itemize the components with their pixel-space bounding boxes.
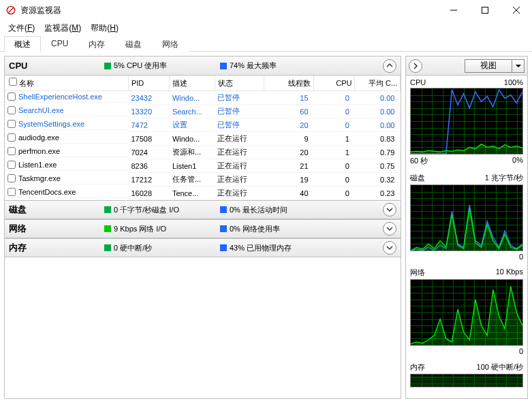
table-header-row: 名称 PID 描述 状态 线程数 CPU 平均 C... [5,76,401,91]
minimize-button[interactable] [438,0,469,20]
window-title: 资源监视器 [20,5,438,16]
network-stat-usage: 0% 网络使用率 [220,224,280,234]
network-stat-io: 9 Kbps 网络 I/O [104,224,220,234]
swatch-icon [220,225,227,232]
proc-cpu: 0 [314,118,355,132]
network-section-header[interactable]: 网络 9 Kbps 网络 I/O 0% 网络使用率 [5,219,401,238]
menu-monitor[interactable]: 监视器(M) [40,21,85,35]
cpu-graph-block: CPU100% 60 秒0% [406,76,527,170]
row-checkbox[interactable] [7,133,16,142]
menu-file[interactable]: 文件(F) [4,21,39,35]
close-button[interactable] [501,0,532,20]
tab-memory[interactable]: 内存 [78,36,115,52]
network-graph [410,279,523,346]
col-desc[interactable]: 描述 [170,76,215,91]
svg-rect-3 [482,7,488,14]
proc-cpu: 0 [314,159,355,173]
right-pane-toggle[interactable] [409,59,422,73]
proc-avg: 0.00 [355,105,401,118]
table-row[interactable]: perfmon.exe7024资源和...正在运行2010.79 [5,146,401,159]
disk-section-header[interactable]: 磁盘 0 千字节/秒磁盘 I/O 0% 最长活动时间 [5,200,401,219]
proc-desc: 资源和... [170,146,215,159]
proc-name: SystemSettings.exe [18,120,84,128]
proc-cpu: 0 [314,187,355,200]
row-checkbox[interactable] [7,174,16,182]
network-graph-min: 0 [519,347,523,355]
tab-overview[interactable]: 概述 [4,36,41,52]
row-checkbox[interactable] [7,161,16,169]
table-row[interactable]: SearchUI.exe13320Search...已暂停6000.00 [5,105,401,118]
tab-cpu[interactable]: CPU [41,36,78,52]
row-checkbox[interactable] [7,93,16,101]
proc-avg: 0.75 [355,159,401,173]
row-checkbox[interactable] [7,188,16,196]
proc-status: 已暂停 [215,91,264,105]
view-dropdown[interactable]: 视图 [465,59,525,73]
proc-desc: 设置 [170,118,215,132]
table-row[interactable]: SystemSettings.exe7472设置已暂停2000.00 [5,118,401,132]
table-row[interactable]: TencentDocs.exe16028Tence...正在运行4000.23 [5,187,401,200]
proc-status: 正在运行 [215,132,264,146]
disk-graph-block: 磁盘1 兆字节/秒 0 [406,170,527,265]
col-avg[interactable]: 平均 C... [355,76,401,91]
proc-avg: 0.23 [355,187,401,200]
proc-status: 正在运行 [215,187,264,200]
proc-pid: 17212 [128,173,169,187]
memory-section-toggle[interactable] [383,241,396,255]
proc-cpu: 0 [314,173,355,187]
tab-network[interactable]: 网络 [152,36,189,52]
col-name[interactable]: 名称 [5,76,128,91]
maximize-button[interactable] [469,0,501,20]
row-checkbox[interactable] [7,147,16,155]
proc-avg: 0.79 [355,146,401,159]
network-graph-block: 网络10 Kbps 0 [406,265,527,359]
table-row[interactable]: ShellExperienceHost.exe23432Windo...已暂停1… [5,91,401,105]
proc-desc: Windo... [170,91,215,105]
proc-threads: 19 [264,173,314,187]
network-graph-max: 10 Kbps [496,268,523,278]
memory-section-header[interactable]: 内存 0 硬中断/秒 43% 已用物理内存 [5,238,401,257]
menu-help[interactable]: 帮助(H) [87,21,123,35]
memory-stat-used: 43% 已用物理内存 [220,243,292,253]
swatch-icon [104,244,111,251]
select-all-checkbox[interactable] [9,78,17,86]
proc-name: ShellExperienceHost.exe [18,93,102,101]
disk-graph-title: 磁盘 [410,173,425,183]
col-pid[interactable]: PID [128,76,169,91]
swatch-icon [220,244,227,251]
col-cpu[interactable]: CPU [314,76,355,91]
proc-status: 已暂停 [215,118,264,132]
cpu-section-header[interactable]: CPU 5% CPU 使用率 74% 最大频率 [5,57,401,76]
disk-section-toggle[interactable] [383,203,396,216]
memory-graph [410,374,523,387]
proc-threads: 20 [264,118,314,132]
swatch-icon [220,63,227,69]
proc-name: SearchUI.exe [18,106,64,114]
col-threads[interactable]: 线程数 [264,76,314,91]
proc-name: TencentDocs.exe [18,188,76,196]
cpu-section-toggle[interactable] [383,59,396,73]
proc-threads: 60 [264,105,314,118]
memory-graph-block: 内存100 硬中断/秒 [406,359,527,391]
proc-pid: 8236 [128,159,169,173]
table-row[interactable]: Listen1.exe8236Listen1正在运行2100.75 [5,159,401,173]
swatch-icon [104,206,111,213]
proc-cpu: 1 [314,132,355,146]
disk-stat-io: 0 千字节/秒磁盘 I/O [104,205,220,215]
network-section-toggle[interactable] [383,222,396,236]
proc-threads: 15 [264,91,314,105]
memory-graph-title: 内存 [410,362,425,372]
disk-stat-active: 0% 最长活动时间 [220,205,287,215]
cpu-graph [410,88,523,155]
table-row[interactable]: audiodg.exe17508Windo...正在运行910.83 [5,132,401,146]
proc-status: 正在运行 [215,159,264,173]
proc-pid: 7024 [128,146,169,159]
table-row[interactable]: Taskmgr.exe17212任务管...正在运行1900.32 [5,173,401,187]
tab-disk[interactable]: 磁盘 [115,36,152,52]
disk-graph-min: 0 [519,253,523,261]
row-checkbox[interactable] [7,106,16,114]
swatch-icon [104,63,111,69]
row-checkbox[interactable] [7,120,16,128]
network-section-label: 网络 [9,223,104,235]
col-status[interactable]: 状态 [215,76,264,91]
